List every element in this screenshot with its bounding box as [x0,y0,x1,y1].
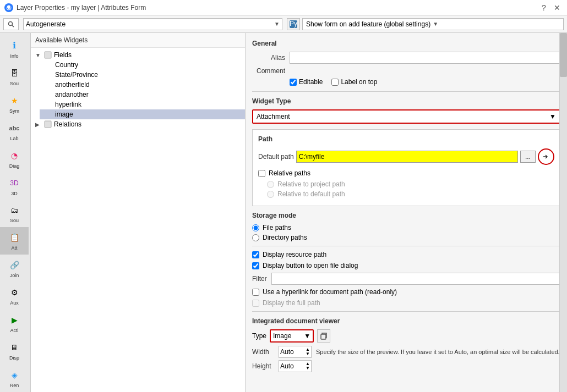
window-title: Layer Properties - my layer | Attributes… [17,4,146,12]
default-path-input[interactable] [296,151,518,163]
directory-paths-label: Directory paths [263,234,307,241]
sidebar-item-symbology[interactable]: ★ Sym [0,90,29,118]
sidebar-item-diagrams[interactable]: ◔ Diag [0,145,29,173]
height-input[interactable]: Auto ▲ ▼ [279,360,312,372]
sidebar-item-information[interactable]: ℹ Info [0,35,29,63]
storage-mode-title: Storage mode [252,212,560,219]
app-icon: Q [4,3,13,12]
tree-fields-group[interactable]: ▼ Fields [31,50,245,60]
search-button[interactable] [3,18,19,30]
python-button[interactable]: Py [287,18,300,30]
side-icons-panel: ℹ Info 🗄 Sou ★ Sym abc Lab ◔ Diag 3D 3D … [0,33,31,392]
field-state-label: State/Province [55,71,98,79]
sidebar-item-rendering[interactable]: ◈ Ren [0,365,29,392]
relative-project-row: Relative to project path [258,180,554,188]
path-copy-button[interactable] [538,148,554,165]
label-on-top-label[interactable]: Label on top [331,78,377,86]
scrollbar-track[interactable] [559,33,567,392]
alias-input[interactable] [290,52,560,64]
width-value: Auto [280,348,294,356]
sidebar-item-auxiliary[interactable]: ⚙ Aux [0,282,29,310]
full-path-checkbox[interactable] [252,300,259,307]
sidebar-item-label: Acti [10,328,18,333]
browse-icon: ... [525,153,531,161]
field-image-label: image [55,111,73,118]
tree-item-hyperlink[interactable]: hyperlink [40,100,245,109]
widget-type-selected: Attachment [257,113,290,120]
svg-text:Py: Py [290,20,297,27]
sidebar-item-joins[interactable]: 🔗 Join [0,255,29,282]
labels-icon: abc [8,122,21,135]
tree-item-country[interactable]: Country [40,60,245,70]
editable-checkbox-label[interactable]: Editable [290,78,323,86]
width-input[interactable]: Auto ▲ ▼ [279,346,312,358]
relative-paths-label: Relative paths [269,169,310,177]
integrated-viewer-title: Integrated document viewer [252,317,560,325]
directory-paths-radio[interactable] [252,234,259,241]
type-dropdown[interactable]: Image ▼ [270,329,314,343]
help-button[interactable]: ? [538,2,549,13]
hyperlink-checkbox[interactable] [252,289,259,296]
sidebar-item-source2[interactable]: 🗂 Sou [0,200,29,228]
scrollbar-thumb[interactable] [560,33,567,77]
width-stepper[interactable]: ▲ ▼ [306,347,310,356]
editable-checkbox[interactable] [290,79,297,86]
relative-default-radio[interactable] [267,191,274,198]
source-icon: 🗄 [8,67,21,80]
display-resource-row: Display resource path [252,251,560,258]
display-resource-checkbox[interactable] [252,251,259,258]
file-paths-label: File paths [263,224,291,231]
height-stepper[interactable]: ▲ ▼ [306,362,310,371]
widget-type-dropdown[interactable]: Attachment ▼ [252,109,560,124]
filter-input[interactable] [271,273,560,285]
autogenerate-arrow-icon: ▼ [274,21,280,27]
width-row: Width Auto ▲ ▼ Specify the size of the p… [252,346,560,358]
browse-button[interactable]: ... [520,151,536,163]
expand-icon: ▼ [35,52,42,58]
tree-item-state[interactable]: State/Province [40,70,245,80]
diagrams-icon: ◔ [8,149,21,162]
directory-paths-row: Directory paths [252,234,560,241]
field-anotherfield-label: anotherfield [55,81,90,89]
show-form-label: Show form on add feature (global setting… [306,20,430,28]
width-down-icon[interactable]: ▼ [306,352,310,356]
height-value: Auto [280,362,294,370]
sidebar-item-3d[interactable]: 3D 3D [0,173,29,200]
file-paths-radio[interactable] [252,224,259,231]
field-andanother-label: andanother [55,91,89,98]
tree-relations-group[interactable]: ▶ Relations [31,119,245,129]
sidebar-item-source[interactable]: 🗄 Sou [0,63,29,90]
relations-label: Relations [54,120,81,128]
copy-type-button[interactable] [317,329,330,343]
display-button-checkbox[interactable] [252,262,259,269]
sidebar-item-display[interactable]: 🖥 Disp [0,337,29,365]
relative-project-label: Relative to project path [277,180,345,188]
fields-list: Country State/Province anotherfield anda… [31,60,245,119]
size-description: Specify the size of the preview. If you … [316,349,560,355]
autogenerate-dropdown[interactable]: Autogenerate ▼ [23,18,282,30]
height-label: Height [252,362,274,370]
python-icon: Py [289,20,298,29]
available-widgets-label: Available Widgets [35,36,88,44]
show-form-button[interactable]: Show form on add feature (global setting… [302,18,564,30]
sidebar-item-attributes[interactable]: 📋 Att [0,227,29,255]
relative-paths-checkbox[interactable] [258,170,265,177]
type-row: Type Image ▼ [252,329,560,343]
tree-item-andanother[interactable]: andanother [40,90,245,100]
sidebar-item-labels[interactable]: abc Lab [0,118,29,145]
height-down-icon[interactable]: ▼ [306,366,310,371]
hyperlink-row: Use a hyperlink for document path (read-… [252,288,560,296]
type-label: Type [252,332,266,340]
display-button-label: Display button to open file dialog [263,262,358,269]
tree-item-anotherfield[interactable]: anotherfield [40,80,245,90]
joins-icon: 🔗 [8,258,21,272]
integrated-viewer-section: Integrated document viewer Type Image ▼ … [252,317,560,372]
sidebar-item-label: Att [11,245,17,251]
tree-item-image[interactable]: image [40,109,245,119]
sidebar-item-actions[interactable]: ▶ Acti [0,310,29,337]
close-button[interactable]: ✕ [552,2,563,13]
label-on-top-checkbox[interactable] [331,79,339,86]
sidebar-item-label: 3D [11,191,18,196]
attributes-icon: 📋 [8,231,21,244]
relative-project-radio[interactable] [267,181,274,188]
